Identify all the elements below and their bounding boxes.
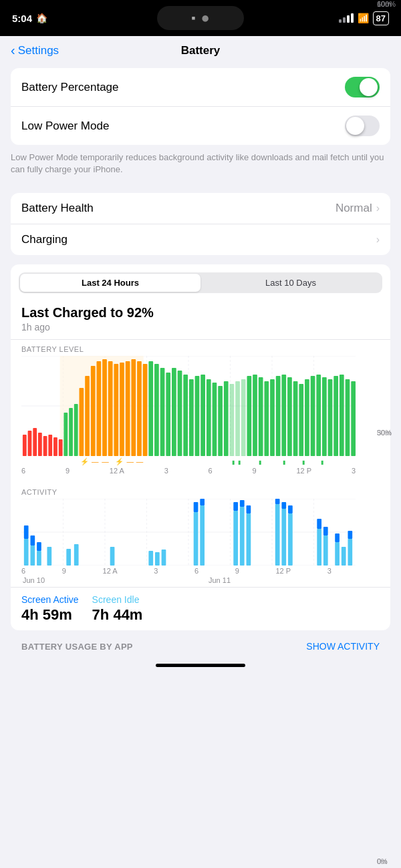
svg-text:▮: ▮: [238, 459, 241, 465]
chevron-left-icon: ‹: [11, 43, 15, 58]
svg-text:▮: ▮: [232, 459, 235, 465]
svg-rect-117: [281, 509, 286, 566]
date-label-2: Jun 11: [209, 576, 231, 584]
low-power-mode-row[interactable]: Low Power Mode: [11, 107, 390, 145]
battery-percentage-label: Battery Percentage: [21, 81, 119, 94]
activity-x-labels: 6 9 12 A 3 6 9 12 P 3 Jun 10 Jun 11: [21, 567, 380, 584]
svg-rect-38: [172, 368, 176, 456]
screen-time-stats: Screen Active 4h 59m Screen Idle 7h 44m: [11, 587, 390, 630]
svg-rect-59: [293, 381, 298, 456]
battery-percentage-toggle[interactable]: [345, 77, 380, 97]
svg-rect-17: [53, 437, 57, 456]
svg-rect-18: [59, 439, 63, 456]
svg-rect-64: [322, 377, 327, 456]
svg-rect-101: [110, 547, 115, 566]
svg-rect-11: [23, 435, 27, 456]
battery-percentage-row[interactable]: Battery Percentage: [11, 68, 390, 107]
svg-rect-43: [200, 375, 205, 456]
battery-health-label: Battery Health: [21, 202, 94, 215]
svg-rect-29: [120, 363, 124, 456]
svg-rect-124: [323, 527, 328, 535]
activity-label: ACTIVITY: [21, 488, 380, 496]
charge-subtitle: 1h ago: [21, 322, 380, 333]
battery-level-chart: BATTERY LEVEL: [11, 340, 390, 477]
svg-rect-129: [348, 531, 352, 539]
svg-rect-26: [102, 359, 107, 456]
battery-level-label: BATTERY LEVEL: [21, 345, 380, 353]
svg-rect-118: [281, 502, 286, 509]
svg-rect-41: [189, 379, 194, 456]
svg-rect-66: [333, 376, 338, 456]
activity-chart: ACTIVITY: [11, 483, 390, 587]
svg-rect-108: [200, 499, 205, 505]
low-power-mode-toggle[interactable]: [345, 116, 380, 136]
svg-text:—: —: [92, 458, 99, 465]
charging-row[interactable]: Charging ›: [11, 224, 390, 255]
svg-rect-112: [240, 500, 245, 507]
charging-label: Charging: [21, 233, 68, 246]
activity-y-labels: 60m 30m 0m: [377, 264, 390, 630]
svg-rect-99: [66, 549, 71, 566]
battery-settings-section: Battery Percentage Low Power Mode: [11, 68, 390, 145]
home-icon: 🏠: [36, 13, 47, 23]
svg-rect-63: [316, 375, 321, 456]
svg-rect-49: [235, 381, 240, 456]
svg-rect-56: [276, 376, 281, 456]
svg-rect-116: [275, 499, 280, 504]
svg-rect-50: [241, 379, 246, 456]
svg-rect-32: [137, 361, 142, 456]
svg-rect-33: [143, 364, 148, 456]
svg-text:▮: ▮: [302, 459, 305, 465]
dynamic-island: ▪ ●: [157, 6, 244, 30]
svg-rect-113: [247, 513, 251, 566]
svg-rect-127: [342, 547, 346, 566]
screen-idle-value: 7h 44m: [92, 606, 143, 624]
battery-health-row[interactable]: Battery Health Normal ›: [11, 193, 390, 224]
time-display: 5:04: [12, 13, 32, 24]
svg-rect-12: [28, 431, 32, 456]
signal-bars: [339, 13, 354, 23]
svg-rect-93: [24, 525, 29, 539]
svg-rect-120: [288, 505, 293, 513]
svg-rect-14: [38, 433, 42, 456]
back-label: Settings: [18, 44, 59, 57]
svg-rect-125: [335, 542, 340, 566]
show-activity-button[interactable]: SHOW ACTIVITY: [306, 641, 380, 652]
svg-rect-69: [351, 381, 356, 456]
svg-rect-34: [148, 361, 153, 456]
bottom-nav: BATTERY USAGE BY APP SHOW ACTIVITY: [11, 636, 390, 654]
svg-rect-54: [264, 381, 269, 456]
back-button[interactable]: ‹ Settings: [11, 43, 59, 58]
svg-rect-37: [166, 373, 170, 456]
svg-text:⚡: ⚡: [115, 457, 124, 465]
toggle-knob: [360, 78, 378, 96]
screen-active-value: 4h 59m: [21, 606, 79, 624]
svg-rect-123: [323, 535, 328, 566]
svg-rect-121: [317, 529, 321, 566]
svg-rect-22: [80, 388, 84, 456]
svg-rect-25: [97, 361, 102, 456]
time-range-selector[interactable]: Last 24 Hours Last 10 Days: [19, 272, 382, 293]
screen-idle-stat: Screen Idle 7h 44m: [92, 594, 143, 624]
svg-rect-110: [233, 502, 238, 511]
svg-rect-16: [48, 435, 52, 456]
toggle-knob-2: [346, 117, 364, 135]
usage-chart-section: Last 24 Hours Last 10 Days Last Charged …: [11, 264, 390, 630]
svg-rect-115: [275, 504, 280, 566]
tab-10d[interactable]: Last 10 Days: [200, 274, 381, 292]
svg-rect-57: [281, 375, 286, 456]
svg-rect-28: [114, 364, 118, 456]
battery-x-labels: 6 9 12 A 3 6 9 12 P 3: [21, 467, 380, 475]
tab-24h[interactable]: Last 24 Hours: [20, 274, 200, 292]
battery-health-value: Normal: [336, 202, 372, 215]
chip-icon: ▪: [191, 11, 195, 25]
nav-bar: ‹ Settings Battery: [0, 36, 401, 63]
charge-title: Last Charged to 92%: [21, 305, 380, 320]
svg-text:▮: ▮: [259, 459, 261, 465]
svg-rect-24: [91, 366, 96, 456]
svg-rect-98: [47, 547, 51, 566]
svg-rect-128: [348, 539, 352, 566]
svg-text:▮: ▮: [321, 459, 323, 465]
svg-rect-61: [305, 379, 309, 456]
svg-rect-62: [311, 376, 315, 456]
